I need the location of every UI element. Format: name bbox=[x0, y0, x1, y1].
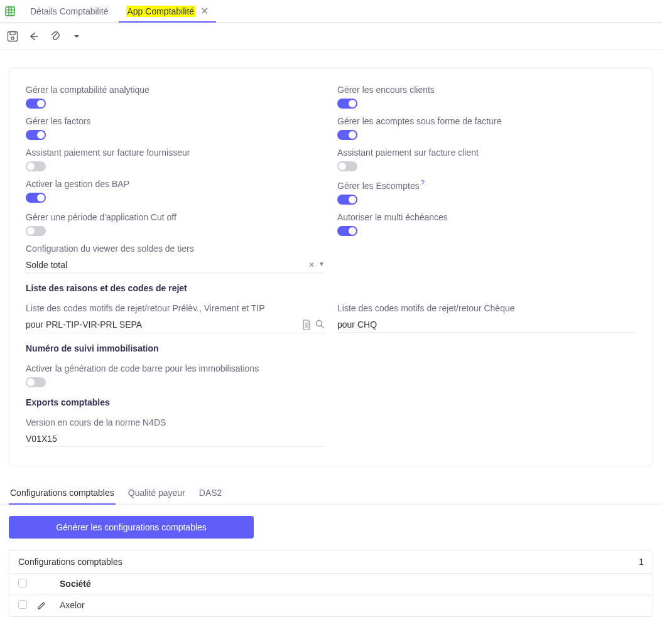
search-icon[interactable] bbox=[315, 319, 325, 330]
svg-point-12 bbox=[317, 320, 322, 326]
close-icon[interactable]: ✕ bbox=[200, 5, 209, 17]
subtab-payer-quality[interactable]: Qualité payeur bbox=[127, 481, 187, 504]
attachment-icon[interactable] bbox=[49, 30, 62, 43]
tab-app-label: App Comptabilité bbox=[126, 6, 196, 17]
label-assist-customer: Assistant paiement sur facture client bbox=[337, 148, 636, 158]
label-reject-left: Liste des codes motifs de rejet/retour P… bbox=[26, 303, 325, 313]
subtab-das2[interactable]: DAS2 bbox=[198, 481, 224, 504]
label-assist-supplier: Assistant paiement sur facture fournisse… bbox=[26, 148, 325, 158]
help-icon[interactable]: ? bbox=[421, 179, 425, 186]
svg-rect-6 bbox=[10, 31, 15, 35]
col-company: Société bbox=[60, 579, 644, 589]
grid-count: 1 bbox=[639, 557, 644, 567]
toggle-analytic[interactable] bbox=[26, 99, 46, 109]
form-card: Gérer la comptabilité analytique Gérer l… bbox=[9, 68, 653, 466]
cell-company: Axelor bbox=[60, 600, 644, 610]
label-analytic: Gérer la comptabilité analytique bbox=[26, 85, 325, 95]
toggle-assist-customer[interactable] bbox=[337, 161, 357, 171]
label-advance-invoice: Gérer les acomptes sous forme de facture bbox=[337, 116, 636, 126]
lookup-reject-left-value: pour PRL-TIP-VIR-PRL SEPA bbox=[26, 319, 142, 330]
toggle-discounts[interactable] bbox=[337, 195, 357, 205]
label-discounts: Gérer les Escomptes? bbox=[337, 179, 636, 191]
clear-icon[interactable]: ✕ bbox=[308, 260, 315, 269]
label-reject-right: Liste des codes motifs de rejet/retour C… bbox=[337, 303, 636, 313]
toggle-barcode[interactable] bbox=[26, 377, 46, 387]
label-viewer-config: Configuration du viewer des soldes de ti… bbox=[26, 244, 325, 254]
module-grid-icon[interactable] bbox=[5, 6, 15, 16]
configs-grid: Configurations comptables 1 Société Axel… bbox=[9, 550, 653, 617]
toggle-factors[interactable] bbox=[26, 130, 46, 140]
subtab-configs[interactable]: Configurations comptables bbox=[9, 481, 116, 504]
save-icon[interactable] bbox=[6, 30, 19, 43]
toggle-multi-due[interactable] bbox=[337, 226, 357, 236]
svg-point-7 bbox=[11, 36, 14, 39]
tab-app[interactable]: App Comptabilité ✕ bbox=[119, 0, 217, 22]
lookup-reject-left[interactable]: pour PRL-TIP-VIR-PRL SEPA bbox=[26, 317, 325, 333]
label-multi-due: Autoriser le multi échéances bbox=[337, 212, 636, 222]
toggle-bap[interactable] bbox=[26, 193, 46, 203]
more-dropdown-icon[interactable] bbox=[70, 30, 83, 43]
label-factors: Gérer les factors bbox=[26, 116, 325, 126]
back-arrow-icon[interactable] bbox=[28, 30, 40, 43]
lookup-reject-right-value: pour CHQ bbox=[337, 319, 377, 330]
label-n4ds: Version en cours de la norme N4DS bbox=[26, 417, 325, 427]
label-cutoff: Gérer une période d'application Cut off bbox=[26, 212, 325, 222]
tab-details[interactable]: Détails Comptabilité bbox=[23, 1, 116, 21]
tab-details-label: Détails Comptabilité bbox=[30, 6, 109, 16]
toggle-cust-credit[interactable] bbox=[337, 99, 357, 109]
lookup-reject-right[interactable]: pour CHQ bbox=[337, 317, 636, 333]
toggle-assist-supplier[interactable] bbox=[26, 161, 46, 171]
section-reject-title: Liste des raisons et des codes de rejet bbox=[19, 277, 643, 299]
edit-icon[interactable] bbox=[37, 601, 60, 610]
header-checkbox[interactable] bbox=[18, 579, 27, 588]
toggle-cutoff[interactable] bbox=[26, 226, 46, 236]
section-asset-title: Numéro de suivi immobilisation bbox=[19, 337, 643, 360]
svg-rect-0 bbox=[6, 7, 14, 16]
label-cust-credit: Gérer les encours clients bbox=[337, 85, 636, 95]
document-icon[interactable] bbox=[302, 319, 312, 330]
generate-configs-button[interactable]: Générer les configurations comptables bbox=[9, 516, 254, 539]
grid-title: Configurations comptables bbox=[18, 557, 122, 567]
select-viewer-value: Solde total bbox=[26, 260, 67, 270]
input-n4ds[interactable] bbox=[26, 431, 325, 447]
select-viewer-config[interactable]: Solde total ✕ ▼ bbox=[26, 257, 325, 273]
svg-line-13 bbox=[322, 325, 324, 328]
label-bap: Activer la gestion des BAP bbox=[26, 179, 325, 189]
toggle-advance-invoice[interactable] bbox=[337, 130, 357, 140]
table-row[interactable]: Axelor bbox=[9, 595, 653, 616]
section-export-title: Exports comptables bbox=[19, 391, 643, 414]
chevron-down-icon[interactable]: ▼ bbox=[318, 260, 325, 269]
label-barcode: Activer la génération de code barre pour… bbox=[26, 363, 636, 373]
row-checkbox[interactable] bbox=[18, 600, 27, 609]
